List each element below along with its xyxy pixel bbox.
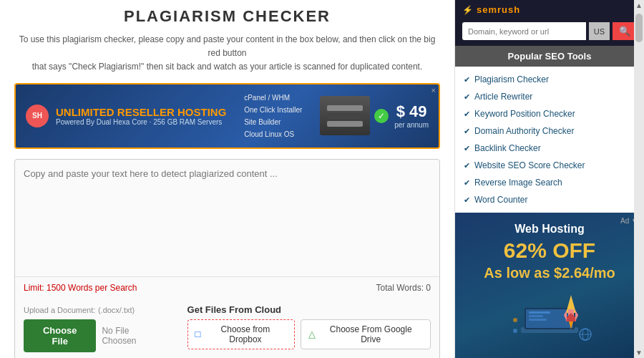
ad-title: UNLIMITED RESELLER HOSTING [56,106,226,118]
scroll-up-arrow[interactable]: ▲ [634,0,644,11]
ad-right: ✓ $ 49 per annum [320,96,429,135]
scroll-thumb[interactable] [635,14,643,42]
ad-banner-left: SH UNLIMITED RESELLER HOSTING Powered By… [26,105,226,127]
check-icon-1: ✔ [464,75,470,84]
server-bar-3 [327,121,363,127]
server-bar-1 [327,105,363,111]
hosting-title: Web Hosting [514,223,584,236]
price-suffix: per annum [394,121,429,129]
scroll-down-arrow[interactable]: ▼ [635,349,643,357]
upload-label: Upload a Document: (.docx/.txt) [24,304,166,315]
ad-logo: SH [26,105,49,127]
semrush-logo: semrush [462,4,520,15]
seo-tools-list: ✔ Plagiarism Checker ✔ Article Rewriter … [455,67,644,213]
ad-close-button[interactable]: × [431,86,436,95]
limit-text: Limit: 1500 Words per Search [24,283,137,293]
server-bar-2 [327,113,363,119]
dropbox-button[interactable]: □ Choose from Dropbox [187,319,296,349]
sidebar: semrush US 🔍 Popular SEO Tools ✔ Plagiar… [454,0,644,358]
rocket-icon [499,288,600,352]
us-button[interactable]: US [589,22,610,40]
ad-subtitle: Powered By Dual Hexa Core · 256 GB RAM S… [56,118,226,126]
google-drive-button[interactable]: △ Choose From Google Drive [301,319,431,349]
semrush-header: semrush [455,0,644,19]
no-file-label: No File Choosen [102,326,165,346]
cloud-label: Get Files From Cloud [187,304,431,315]
dropbox-icon: □ [195,329,201,339]
svg-rect-5 [529,319,547,321]
cloud-buttons: □ Choose from Dropbox △ Choose From Goog… [187,319,431,349]
discount-text: 62% OFF [504,238,595,262]
upload-row: Upload a Document: (.docx/.txt) Choose F… [15,299,439,358]
ad-text: UNLIMITED RESELLER HOSTING Powered By Du… [56,106,226,126]
text-input[interactable] [15,160,439,274]
check-icon-7: ✔ [464,178,470,188]
seo-tool-reverse-image[interactable]: ✔ Reverse Image Search [455,174,644,191]
search-go-button[interactable]: 🔍 [613,22,637,40]
ad-price: $ 49 per annum [394,102,429,129]
server-image [320,96,370,135]
search-bar-row: US 🔍 [455,19,644,46]
word-count: Total Words: 0 [376,283,431,293]
seo-tool-domain-authority[interactable]: ✔ Domain Authority Checker [455,122,644,140]
scrollbar[interactable]: ▲ ▼ [634,0,644,358]
check-icon-6: ✔ [464,161,470,170]
svg-marker-10 [575,310,578,321]
seo-tool-keyword-position[interactable]: ✔ Keyword Position Checker [455,105,644,122]
page-title: PLAGIARISM CHECKER [14,7,440,26]
svg-rect-3 [529,311,550,314]
check-icon-5: ✔ [464,144,470,153]
cloud-section: Get Files From Cloud □ Choose from Dropb… [187,304,431,349]
subtitle: To use this plagiarism checker, please c… [14,33,440,74]
price-value: $ 49 [394,102,429,121]
check-icon-2: ✔ [464,92,470,102]
tool-box: Limit: 1500 Words per Search Total Words… [14,159,440,358]
check-icon-4: ✔ [464,127,470,136]
hosting-illustration [464,284,635,356]
svg-point-13 [513,318,517,322]
check-icon: ✓ [374,109,389,123]
seo-tool-backlink[interactable]: ✔ Backlink Checker [455,140,644,157]
seo-tool-word-counter[interactable]: ✔ Word Counter [455,191,644,208]
sidebar-ad: Ad ▼ Web Hosting 62% OFF As low as $2.64… [455,213,644,358]
ad-banner: SH UNLIMITED RESELLER HOSTING Powered By… [14,83,440,149]
semrush-search-input[interactable] [462,22,586,40]
ad-features: cPanel / WHM One Click Installer Site Bu… [244,92,302,140]
upload-controls: Choose File No File Choosen [24,319,166,352]
choose-file-button[interactable]: Choose File [24,319,96,352]
seo-tool-plagiarism-checker[interactable]: ✔ Plagiarism Checker [455,71,644,88]
check-icon-8: ✔ [464,195,470,205]
price-text: As low as $2.64/mo [484,265,615,281]
upload-section: Upload a Document: (.docx/.txt) Choose F… [24,304,166,352]
popular-tools-header: Popular SEO Tools [455,46,644,67]
check-icon-3: ✔ [464,110,470,119]
main-content: PLAGIARISM CHECKER To use this plagiaris… [0,0,454,358]
tool-footer: Limit: 1500 Words per Search Total Words… [15,276,439,299]
seo-tool-seo-score[interactable]: ✔ Website SEO Score Checker [455,157,644,174]
svg-rect-4 [529,315,543,317]
gdrive-icon: △ [308,329,316,339]
svg-point-12 [513,329,517,333]
price-block: ✓ $ 49 per annum [374,102,429,129]
seo-tool-article-rewriter[interactable]: ✔ Article Rewriter [455,88,644,105]
